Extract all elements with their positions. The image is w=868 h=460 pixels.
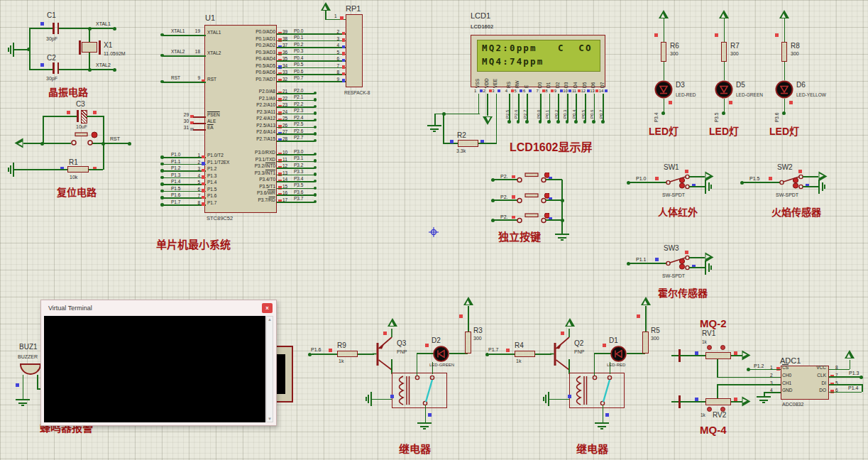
push-button-icon[interactable] [515, 213, 549, 227]
pot-knob-icon[interactable] [707, 345, 712, 350]
pin-name: P1.4 [207, 180, 216, 185]
state-marker [605, 413, 609, 417]
wire [629, 182, 666, 183]
capacitor-icon[interactable] [53, 23, 55, 34]
led-resistor[interactable] [661, 42, 666, 62]
close-icon[interactable]: x [262, 303, 273, 313]
resistor-r2[interactable] [458, 140, 478, 147]
junction-dot [314, 200, 317, 204]
c3-value: 10uF [76, 124, 87, 129]
junction-dot [314, 111, 317, 115]
base-resistor-value: 1k [339, 358, 344, 363]
led-icon[interactable] [654, 80, 673, 99]
net-label: P1.6 [311, 347, 321, 352]
capacitor-icon[interactable] [57, 62, 60, 74]
led-part: LED-YELLOW [796, 92, 826, 97]
net-label: P1.7 [488, 347, 498, 352]
respack-body[interactable] [346, 14, 363, 87]
pin-name: P3.6/WR [226, 190, 275, 195]
wire [493, 219, 517, 221]
led-icon[interactable] [433, 346, 449, 362]
virtual-terminal-window[interactable]: Virtual Terminal x ▲ ▼ [40, 300, 277, 426]
relay-contact-icon[interactable] [413, 374, 441, 408]
terminal-scrollbar[interactable]: ▲ ▼ [266, 316, 273, 422]
sensor-switch-circuit: SW1 P1.0 SW-SPDT 人体红外 [627, 163, 723, 217]
wire [468, 306, 469, 332]
wire [417, 353, 434, 354]
pin-name: D2 [556, 71, 561, 88]
collector-resistor[interactable] [642, 332, 649, 354]
terminal-screen[interactable] [44, 316, 265, 422]
scroll-down-icon[interactable]: ▼ [267, 417, 273, 421]
state-marker [685, 170, 688, 173]
wire [803, 186, 818, 187]
pin-name: P0.6/AD6 [226, 70, 275, 75]
pin-name: P2.3/A11 [226, 109, 275, 114]
wire [689, 176, 705, 177]
wire [496, 94, 498, 143]
push-key-row: P2. [491, 170, 568, 191]
wire [493, 199, 517, 201]
junction-dot [314, 166, 317, 170]
state-marker [685, 251, 688, 254]
net-label: P0.2 [554, 97, 559, 119]
crystal-icon[interactable] [82, 42, 97, 53]
wire [664, 62, 665, 80]
state-marker [578, 89, 581, 92]
c3-ref: C3 [76, 100, 85, 108]
capacitor-icon[interactable] [53, 62, 55, 74]
led-resistor[interactable] [721, 42, 727, 62]
pin-name: D3 [564, 71, 569, 88]
state-marker [655, 177, 659, 180]
base-resistor[interactable] [337, 351, 358, 358]
net-label: P0.1 [545, 97, 549, 119]
net-label: P0.5 [294, 62, 303, 67]
state-marker [603, 344, 606, 347]
wire [13, 169, 67, 170]
led-icon[interactable] [715, 80, 733, 99]
net-label: P3.1 [294, 155, 303, 160]
buzzer-icon[interactable] [20, 363, 41, 375]
junction-dot [592, 120, 595, 124]
potentiometer-rv2[interactable] [705, 398, 731, 405]
pin-number: 13 [590, 89, 595, 93]
pot-knob-icon[interactable] [707, 407, 712, 412]
led-icon[interactable] [610, 346, 627, 362]
transistor-type: PNP [397, 349, 407, 354]
collector-resistor[interactable] [465, 332, 471, 354]
state-marker [202, 175, 205, 179]
base-resistor[interactable] [515, 351, 535, 358]
wire [546, 179, 562, 180]
led-resistor[interactable] [781, 42, 787, 62]
junction-dot [40, 142, 44, 146]
net-label: P0.4 [572, 97, 576, 119]
junction-dot [314, 153, 317, 156]
led-icon[interactable] [775, 80, 793, 99]
relay-contact-icon[interactable] [590, 374, 619, 408]
lcd-pin-column: D7 14 P0.7 [599, 71, 608, 126]
pin-number: 2 [770, 373, 773, 378]
pin-name: D1 [546, 71, 551, 88]
net-label: P2.6 [514, 97, 518, 119]
relay-circuit: P1.7 R4 1k Q2 PNP [485, 312, 669, 460]
lcd-part: LCD1602 [471, 23, 493, 30]
wire [489, 354, 515, 355]
pot-knob-icon[interactable] [720, 345, 725, 350]
power-arrow-icon [388, 318, 397, 327]
reset-button-icon[interactable] [70, 131, 98, 147]
state-marker [605, 89, 608, 92]
push-button-icon[interactable] [515, 172, 549, 187]
capacitor-icon[interactable] [77, 110, 79, 122]
potentiometer-rv1[interactable] [705, 352, 731, 359]
resistor-r1[interactable] [67, 166, 89, 172]
led-part: LED-GREEN [429, 363, 454, 367]
state-marker [769, 177, 772, 180]
pin-name: P2.1/A9 [226, 96, 275, 101]
push-button-icon[interactable] [515, 193, 549, 207]
x1-ref: X1 [104, 41, 112, 49]
switch-part: SW-SPDT [662, 192, 685, 197]
state-marker [776, 375, 780, 378]
net-label: P3.5 [715, 104, 720, 122]
scroll-up-icon[interactable]: ▲ [267, 317, 273, 322]
wire [478, 94, 480, 114]
